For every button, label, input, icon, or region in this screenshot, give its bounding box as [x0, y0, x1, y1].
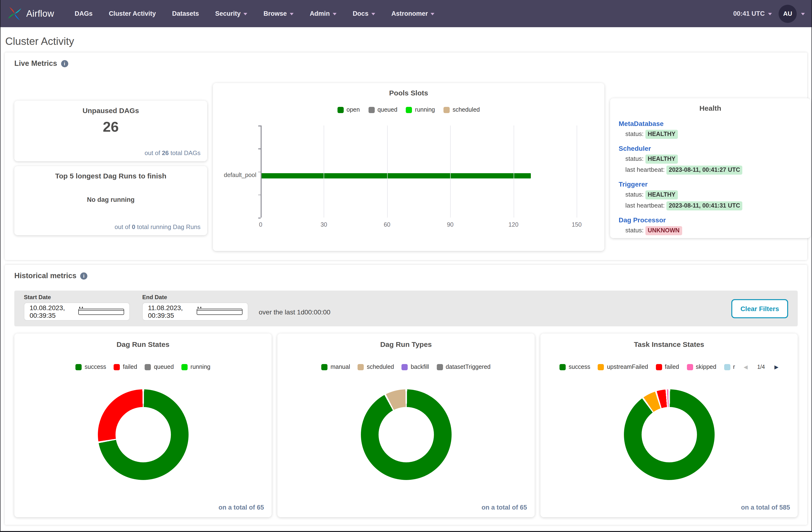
- x-axis-ticks: 0306090120150: [261, 221, 577, 229]
- legend-item[interactable]: backfill: [402, 364, 429, 370]
- airflow-brand[interactable]: Airflow: [7, 6, 54, 21]
- legend-item[interactable]: success: [560, 364, 590, 370]
- legend-swatch-icon: [444, 107, 450, 113]
- chevron-down-icon: [431, 13, 435, 15]
- airflow-logo-icon: [7, 6, 22, 21]
- brand-name: Airflow: [26, 8, 54, 19]
- legend-page-indicator: 1/4: [757, 364, 765, 370]
- donut-chart[interactable]: [98, 389, 188, 480]
- legend-label: scheduled: [452, 106, 480, 113]
- legend-swatch-icon: [656, 364, 662, 370]
- health-component-link[interactable]: Dag Processor: [619, 216, 666, 224]
- legend-item[interactable]: upstreamFailed: [598, 364, 648, 370]
- task-instance-states-card: Task Instance States successupstreamFail…: [540, 334, 798, 517]
- pools-slots-card: Pools Slots openqueuedrunningscheduled d…: [213, 83, 604, 251]
- legend-swatch-icon: [114, 364, 120, 370]
- legend-swatch-icon: [687, 364, 693, 370]
- health-card: Health MetaDatabase status: HEALTHY Sche…: [610, 98, 811, 238]
- legend-label: failed: [665, 364, 679, 370]
- legend-item[interactable]: scheduled: [358, 364, 394, 370]
- clock-dropdown[interactable]: 00:41 UTC: [733, 10, 772, 17]
- app-window: Airflow DAGs Cluster Activity Datasets S…: [0, 0, 812, 532]
- nav-item-astronomer[interactable]: Astronomer: [383, 0, 443, 27]
- dag-run-types-card: Dag Run Types manualscheduledbackfilldat…: [277, 334, 535, 517]
- nav-item-dags[interactable]: DAGs: [67, 0, 101, 27]
- info-icon[interactable]: i: [61, 60, 68, 67]
- legend-swatch-icon: [406, 107, 412, 113]
- unpaused-dags-footnote: out of 26 total DAGs: [145, 149, 201, 157]
- legend-item[interactable]: queued: [368, 106, 397, 113]
- heartbeat-badge: 2023-08-11, 00:41:27 UTC: [666, 165, 742, 175]
- chevron-down-icon: [768, 13, 772, 15]
- x-tick-label: 60: [384, 221, 391, 228]
- chevron-down-icon: [801, 13, 805, 15]
- legend-prev-icon[interactable]: ◀: [744, 364, 748, 370]
- legend-item[interactable]: running: [406, 106, 435, 113]
- nav-item-docs[interactable]: Docs: [345, 0, 383, 27]
- pools-legend: openqueuedrunningscheduled: [213, 106, 604, 113]
- legend-label: queued: [377, 106, 397, 113]
- legend-swatch-icon: [76, 364, 82, 370]
- legend-item[interactable]: queued: [145, 364, 174, 370]
- legend: manualscheduledbackfilldatasetTriggered: [277, 364, 535, 370]
- nav-item-security[interactable]: Security: [207, 0, 256, 27]
- legend-swatch-icon: [368, 107, 375, 113]
- legend-item[interactable]: success: [76, 364, 106, 370]
- nav-item-browse[interactable]: Browse: [256, 0, 302, 27]
- range-text: over the last 1d00:00:00: [259, 301, 330, 316]
- legend-item[interactable]: failed: [114, 364, 137, 370]
- gridline: [577, 125, 577, 218]
- x-tick-label: 30: [321, 221, 327, 228]
- legend-swatch-icon: [437, 364, 443, 370]
- legend-item[interactable]: datasetTriggered: [437, 364, 491, 370]
- legend-swatch-icon: [145, 364, 151, 370]
- chart-title: Dag Run Types: [277, 334, 535, 348]
- y-axis-line: [261, 125, 261, 218]
- legend-item[interactable]: skipped: [687, 364, 716, 370]
- chart-title: Pools Slots: [213, 83, 604, 97]
- chart-title: Dag Run States: [14, 334, 272, 348]
- status-badge: UNKNOWN: [646, 226, 682, 235]
- unpaused-dags-card: Unpaused DAGs 26 out of 26 total DAGs: [14, 101, 207, 161]
- health-component-link[interactable]: Scheduler: [619, 145, 651, 152]
- card-title: Health: [610, 98, 811, 112]
- open-slots-bar[interactable]: [261, 174, 531, 179]
- total-label: on a total of 65: [218, 504, 264, 511]
- legend-label: running: [415, 106, 435, 113]
- live-metrics-heading: Live Metrics i: [14, 59, 798, 68]
- calendar-icon[interactable]: [78, 309, 124, 315]
- nav-item-cluster-activity[interactable]: Cluster Activity: [101, 0, 164, 27]
- calendar-icon[interactable]: [197, 309, 243, 315]
- legend-item[interactable]: manual: [321, 364, 350, 370]
- status-badge: HEALTHY: [646, 154, 678, 164]
- live-metrics-panel: Live Metrics i Unpaused DAGs 26 out of 2…: [5, 53, 807, 260]
- user-menu[interactable]: AU: [779, 4, 805, 23]
- info-icon[interactable]: i: [80, 272, 87, 279]
- donut-chart[interactable]: [361, 389, 451, 480]
- avatar[interactable]: AU: [779, 4, 797, 23]
- health-component-link[interactable]: Triggerer: [619, 180, 648, 188]
- clear-filters-button[interactable]: Clear Filters: [731, 299, 788, 318]
- legend: successupstreamFailedfailedskippedr◀1/4▶: [540, 364, 798, 370]
- x-tick-label: 120: [508, 221, 519, 228]
- legend-swatch-icon: [182, 364, 188, 370]
- legend-item[interactable]: scheduled: [444, 106, 480, 113]
- gridline: [513, 125, 514, 218]
- legend-item[interactable]: failed: [656, 364, 679, 370]
- end-date-input[interactable]: 11.08.2023, 00:39:35: [142, 302, 248, 321]
- filter-bar: Start Date 10.08.2023, 00:39:35 End Date…: [14, 291, 798, 326]
- y-axis-tick: [258, 125, 261, 126]
- health-component-link[interactable]: MetaDatabase: [619, 120, 664, 128]
- start-date-input[interactable]: 10.08.2023, 00:39:35: [24, 302, 130, 321]
- nav-item-datasets[interactable]: Datasets: [164, 0, 207, 27]
- nav-menu: DAGs Cluster Activity Datasets Security …: [67, 0, 443, 27]
- legend-next-icon[interactable]: ▶: [774, 364, 778, 370]
- legend-item[interactable]: r: [724, 364, 735, 370]
- chevron-down-icon: [372, 13, 375, 15]
- health-entry-dag-processor: Dag Processor status: UNKNOWN: [619, 216, 802, 235]
- legend-item[interactable]: open: [337, 106, 360, 113]
- nav-item-admin[interactable]: Admin: [302, 0, 345, 27]
- legend-item[interactable]: running: [182, 364, 210, 370]
- donut-chart[interactable]: [624, 389, 714, 480]
- legend-label: manual: [331, 364, 350, 370]
